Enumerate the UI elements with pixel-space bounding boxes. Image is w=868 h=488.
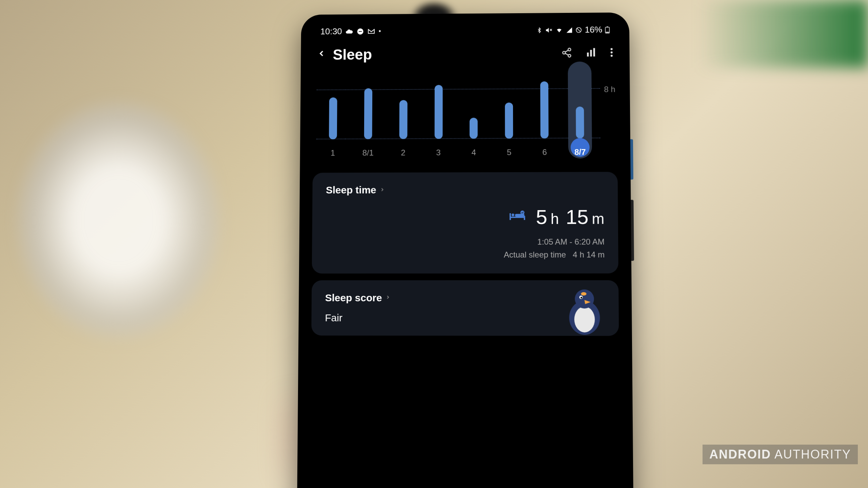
chart-y-label: 8 h (604, 85, 615, 94)
sleep-score-title: Sleep score (325, 292, 382, 304)
no-sim-icon (575, 26, 582, 33)
sleep-minutes: 15 (566, 205, 588, 229)
battery-percent: 16% (585, 24, 603, 35)
back-button[interactable] (317, 47, 326, 62)
svg-point-10 (563, 52, 565, 54)
volume-button (631, 200, 634, 261)
svg-point-9 (568, 48, 571, 51)
sleep-time-title: Sleep time (326, 184, 376, 196)
chart-bar[interactable] (470, 118, 478, 139)
svg-rect-8 (606, 32, 609, 33)
cloud-icon (345, 27, 353, 35)
chart-x-label: 1 (316, 148, 350, 158)
page-title: Sleep (333, 46, 372, 63)
chart-x-label: 8/1 (351, 148, 385, 158)
watermark-brand: ANDROID (709, 447, 771, 461)
svg-rect-1 (359, 31, 362, 32)
svg-rect-14 (587, 53, 589, 57)
svg-rect-21 (510, 213, 511, 220)
battery-icon (605, 26, 610, 34)
sleep-hours-unit: h (551, 210, 559, 227)
sleep-time-card: Sleep time 5 h 15 m 1:05 AM - 6:20 AM Ac… (312, 172, 618, 273)
dnd-icon (357, 28, 364, 35)
sleep-score-rating: Fair (325, 312, 605, 324)
penguin-illustration (564, 287, 605, 335)
chart-x-label: 4 (457, 148, 491, 157)
status-time: 10:30 (320, 26, 342, 37)
watermark-brand-suffix: AUTHORITY (774, 447, 851, 461)
chart-bar[interactable] (329, 97, 337, 139)
chart-bar-selected[interactable] (576, 106, 584, 138)
chart-bar[interactable] (505, 103, 513, 139)
stats-icon[interactable] (586, 47, 596, 59)
actual-sleep-value: 4 h 14 m (573, 248, 605, 262)
watermark: ANDROID AUTHORITY (703, 445, 858, 464)
chart-x-label: 2 (386, 148, 420, 158)
chart-bar[interactable] (434, 85, 442, 139)
sleep-score-card: Sleep score Fair (311, 280, 619, 336)
chart-x-label: 3 (421, 148, 455, 157)
svg-rect-7 (607, 26, 608, 27)
svg-rect-22 (524, 216, 525, 220)
sleep-minutes-unit: m (592, 210, 604, 227)
mute-icon (545, 26, 552, 34)
svg-line-13 (565, 53, 568, 55)
more-notifications-icon: • (379, 27, 381, 35)
svg-rect-15 (590, 50, 592, 57)
bluetooth-icon (536, 26, 542, 34)
phone-frame: 10:30 • (297, 13, 634, 488)
svg-rect-16 (593, 48, 595, 57)
chart-bar[interactable] (399, 100, 407, 139)
sleep-score-header[interactable]: Sleep score (325, 292, 605, 304)
chart-x-label-selected: 8/7 (563, 147, 597, 157)
svg-line-12 (565, 50, 568, 52)
share-icon[interactable] (561, 47, 572, 59)
svg-point-19 (611, 55, 613, 57)
sleep-hours: 5 (536, 205, 547, 229)
svg-point-27 (574, 306, 595, 332)
sleep-time-header[interactable]: Sleep time (326, 184, 604, 196)
sleep-chart[interactable]: 8 h 1 8/1 2 3 4 5 (306, 71, 624, 166)
chart-bar[interactable] (364, 88, 372, 139)
power-button (630, 139, 633, 180)
chevron-right-icon (380, 185, 385, 195)
wifi-icon (555, 27, 563, 34)
chart-x-label: 5 (492, 148, 526, 157)
more-options-icon[interactable] (610, 47, 613, 59)
svg-line-5 (577, 28, 580, 32)
signal-icon (566, 26, 573, 33)
actual-sleep-label: Actual sleep time (504, 248, 566, 262)
svg-point-17 (611, 48, 613, 50)
chart-x-label: 6 (528, 147, 561, 157)
chart-bar[interactable] (540, 81, 549, 139)
phone-screen: 10:30 • (303, 18, 627, 488)
svg-point-11 (568, 55, 571, 57)
sleep-range: 1:05 AM - 6:20 AM (326, 236, 605, 249)
chevron-right-icon (385, 292, 391, 303)
status-bar: 10:30 • (307, 18, 623, 40)
svg-rect-20 (510, 217, 525, 218)
bed-icon (509, 210, 526, 225)
svg-point-18 (611, 52, 613, 54)
gmail-icon (367, 27, 375, 35)
svg-point-23 (512, 214, 514, 216)
svg-point-30 (580, 297, 582, 298)
svg-point-31 (581, 292, 586, 296)
